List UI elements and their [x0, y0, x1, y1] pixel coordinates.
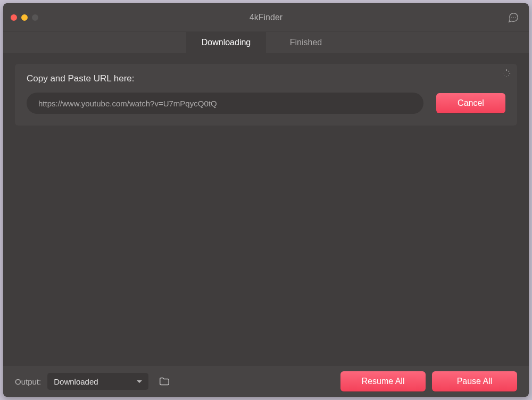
- window-title: 4kFinder: [250, 13, 282, 22]
- svg-point-8: [504, 76, 504, 76]
- tab-downloading-label: Downloading: [202, 38, 251, 47]
- cancel-button-label: Cancel: [458, 98, 484, 108]
- url-panel: Copy and Paste URL here: Cancel: [15, 64, 517, 126]
- url-input-label: Copy and Paste URL here:: [27, 73, 505, 84]
- minimize-icon[interactable]: [21, 14, 28, 21]
- svg-point-4: [508, 71, 509, 72]
- tab-downloading[interactable]: Downloading: [186, 32, 266, 53]
- output-label: Output:: [15, 377, 41, 386]
- url-input[interactable]: [27, 93, 423, 114]
- svg-point-2: [515, 16, 516, 17]
- svg-point-7: [506, 77, 506, 77]
- window-controls: [11, 14, 38, 21]
- url-row: Cancel: [27, 93, 505, 114]
- cancel-button[interactable]: Cancel: [436, 93, 505, 113]
- tab-finished-label: Finished: [290, 38, 322, 47]
- close-icon[interactable]: [11, 14, 17, 21]
- tab-bar: Downloading Finished: [3, 32, 529, 53]
- pause-all-label: Pause All: [457, 377, 493, 386]
- titlebar: 4kFinder: [3, 3, 529, 32]
- svg-point-9: [503, 73, 503, 73]
- open-folder-button[interactable]: [157, 374, 172, 389]
- app-window: 4kFinder Downloading Finished: [3, 3, 529, 397]
- resume-all-button[interactable]: Resume All: [340, 371, 426, 391]
- main-area: Copy and Paste URL here: Cancel: [3, 53, 529, 366]
- tab-finished[interactable]: Finished: [266, 32, 346, 53]
- resume-all-label: Resume All: [362, 377, 405, 386]
- svg-point-6: [509, 76, 510, 77]
- loading-spinner-icon: [502, 69, 511, 78]
- output-folder-selected: Downloaded: [54, 377, 98, 386]
- chevron-down-icon: [137, 380, 142, 383]
- maximize-icon[interactable]: [32, 14, 38, 21]
- svg-point-1: [513, 16, 514, 17]
- svg-point-0: [511, 16, 512, 17]
- bottom-bar: Output: Downloaded Resume All Pause All: [3, 366, 529, 397]
- svg-point-5: [509, 73, 510, 74]
- pause-all-button[interactable]: Pause All: [432, 371, 517, 391]
- feedback-icon[interactable]: [508, 12, 519, 23]
- folder-icon: [159, 376, 170, 387]
- svg-point-10: [504, 71, 504, 71]
- svg-point-3: [506, 70, 507, 71]
- output-folder-dropdown[interactable]: Downloaded: [47, 373, 148, 390]
